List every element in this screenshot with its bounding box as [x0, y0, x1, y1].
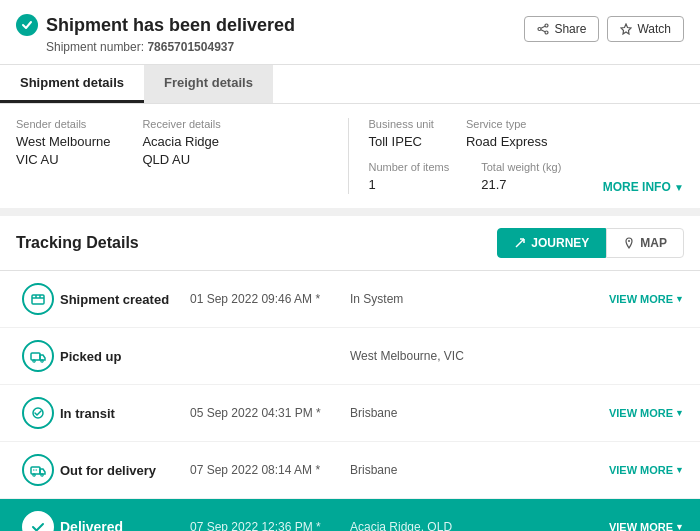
svg-point-1: [538, 28, 541, 31]
truck-icon: [22, 340, 54, 372]
check-delivered-icon: [22, 511, 54, 531]
share-icon: [537, 23, 549, 35]
delivery-icon: [22, 454, 54, 486]
table-row: Picked up West Melbourne, VIC: [0, 328, 700, 385]
journey-toggle-button[interactable]: JOURNEY: [497, 228, 606, 258]
svg-rect-14: [31, 353, 40, 360]
timeline-icon-col: [16, 511, 60, 531]
svg-point-2: [545, 31, 548, 34]
tracking-toggle: JOURNEY MAP: [497, 228, 684, 258]
sender-col: Sender details West MelbourneVIC AU: [16, 118, 110, 194]
svg-marker-5: [621, 24, 631, 34]
view-more-link[interactable]: VIEW MORE ▼: [609, 464, 684, 476]
view-more-link[interactable]: VIEW MORE ▼: [609, 407, 684, 419]
more-info-row: MORE INFO ▼: [585, 179, 684, 194]
timeline-content: Shipment created 01 Sep 2022 09:46 AM * …: [60, 292, 684, 307]
event-name: In transit: [60, 406, 190, 421]
view-more-link[interactable]: VIEW MORE ▼: [609, 521, 684, 531]
timeline-content: In transit 05 Sep 2022 04:31 PM * Brisba…: [60, 406, 684, 421]
tracking-header: Tracking Details JOURNEY MAP: [0, 216, 700, 271]
event-date: 07 Sep 2022 12:36 PM *: [190, 520, 350, 531]
timeline-icon-col: [16, 397, 60, 429]
timeline-content: Picked up West Melbourne, VIC: [60, 349, 684, 364]
details-section: Sender details West MelbourneVIC AU Rece…: [0, 104, 700, 208]
event-name: Shipment created: [60, 292, 190, 307]
delivered-check-icon: [16, 14, 38, 36]
event-date: 05 Sep 2022 04:31 PM *: [190, 406, 350, 420]
tracking-title: Tracking Details: [16, 234, 139, 252]
event-location: Brisbane: [350, 406, 609, 420]
event-date: 07 Sep 2022 08:14 AM *: [190, 463, 350, 477]
details-right: Business unit Toll IPEC Service type Roa…: [349, 118, 685, 194]
total-weight-col: Total weight (kg) 21.7: [481, 161, 561, 194]
event-location: Brisbane: [350, 463, 609, 477]
event-name: Delivered: [60, 519, 190, 531]
total-weight-label: Total weight (kg): [481, 161, 561, 173]
shipment-number: Shipment number: 7865701504937: [46, 40, 295, 54]
table-row: Delivered 07 Sep 2022 12:36 PM * Acacia …: [0, 499, 700, 531]
receiver-col: Receiver details Acacia RidgeQLD AU: [142, 118, 220, 194]
sender-value: West MelbourneVIC AU: [16, 133, 110, 169]
transit-icon: [22, 397, 54, 429]
view-more-link[interactable]: VIEW MORE ▼: [609, 293, 684, 305]
num-items-value: 1: [369, 176, 450, 194]
journey-icon: [514, 237, 526, 249]
total-weight-value: 21.7: [481, 176, 561, 194]
timeline-content: Delivered 07 Sep 2022 12:36 PM * Acacia …: [60, 519, 684, 531]
page-title: Shipment has been delivered: [46, 15, 295, 36]
map-toggle-button[interactable]: MAP: [606, 228, 684, 258]
tracking-section: Tracking Details JOURNEY MAP: [0, 216, 700, 531]
timeline-content: Out for delivery 07 Sep 2022 08:14 AM * …: [60, 463, 684, 478]
details-grid: Sender details West MelbourneVIC AU Rece…: [16, 118, 684, 194]
header-actions: Share Watch: [524, 16, 684, 42]
header-section: Shipment has been delivered Shipment num…: [0, 0, 700, 65]
num-items-col: Number of items 1: [369, 161, 450, 194]
svg-point-19: [33, 474, 35, 476]
table-row: In transit 05 Sep 2022 04:31 PM * Brisba…: [0, 385, 700, 442]
table-row: Shipment created 01 Sep 2022 09:46 AM * …: [0, 271, 700, 328]
header-left: Shipment has been delivered Shipment num…: [16, 14, 295, 54]
num-items-label: Number of items: [369, 161, 450, 173]
event-location: In System: [350, 292, 609, 306]
business-unit-col: Business unit Toll IPEC: [369, 118, 434, 151]
svg-point-15: [33, 360, 35, 362]
event-location: West Melbourne, VIC: [350, 349, 684, 363]
timeline-rows-wrapper: Shipment created 01 Sep 2022 09:46 AM * …: [0, 271, 700, 531]
header-title-row: Shipment has been delivered: [16, 14, 295, 36]
event-location: Acacia Ridge, QLD: [350, 520, 609, 531]
svg-point-16: [41, 360, 43, 362]
event-name: Picked up: [60, 349, 190, 364]
map-pin-icon: [623, 237, 635, 249]
svg-line-6: [516, 239, 524, 247]
svg-point-20: [41, 474, 43, 476]
receiver-label: Receiver details: [142, 118, 220, 130]
svg-point-0: [545, 24, 548, 27]
service-type-value: Road Express: [466, 133, 548, 151]
box-icon: [22, 283, 54, 315]
event-date: 01 Sep 2022 09:46 AM *: [190, 292, 350, 306]
svg-point-9: [628, 240, 630, 242]
details-left: Sender details West MelbourneVIC AU Rece…: [16, 118, 349, 194]
timeline-icon-col: [16, 454, 60, 486]
svg-line-4: [541, 30, 545, 32]
service-type-col: Service type Road Express: [466, 118, 548, 151]
page-wrapper: Shipment has been delivered Shipment num…: [0, 0, 700, 531]
business-unit-label: Business unit: [369, 118, 434, 130]
svg-line-3: [541, 26, 545, 28]
tab-shipment-details[interactable]: Shipment details: [0, 65, 144, 103]
sender-label: Sender details: [16, 118, 110, 130]
table-row: Out for delivery 07 Sep 2022 08:14 AM * …: [0, 442, 700, 499]
more-info-link[interactable]: MORE INFO ▼: [603, 180, 684, 194]
receiver-value: Acacia RidgeQLD AU: [142, 133, 220, 169]
star-icon: [620, 23, 632, 35]
timeline-icon-col: [16, 340, 60, 372]
watch-button[interactable]: Watch: [607, 16, 684, 42]
timeline-icon-col: [16, 283, 60, 315]
event-name: Out for delivery: [60, 463, 190, 478]
tabs-section: Shipment details Freight details: [0, 65, 700, 104]
share-button[interactable]: Share: [524, 16, 599, 42]
business-unit-value: Toll IPEC: [369, 133, 434, 151]
service-type-label: Service type: [466, 118, 548, 130]
svg-rect-10: [32, 295, 44, 304]
tab-freight-details[interactable]: Freight details: [144, 65, 273, 103]
